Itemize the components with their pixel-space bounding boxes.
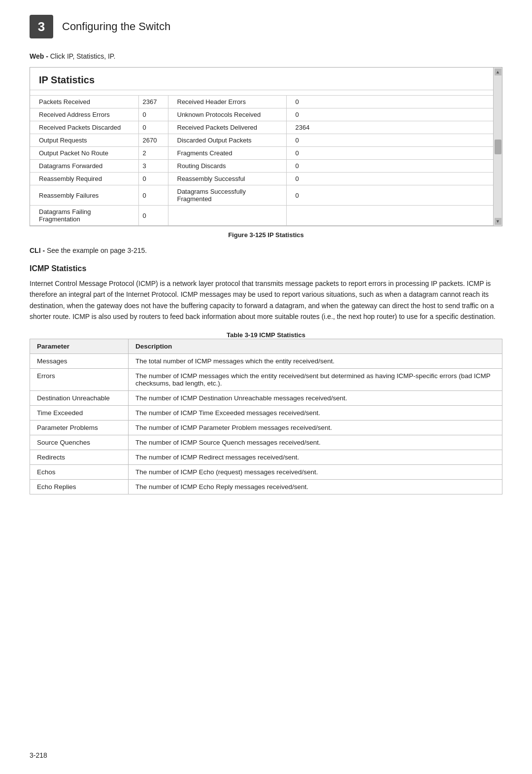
- icmp-desc: The number of ICMP Destination Unreachab…: [129, 390, 502, 405]
- ip-val1: 0: [138, 206, 168, 226]
- ip-val1: 0: [138, 173, 168, 185]
- page-header: 3 Configuring the Switch: [30, 15, 502, 38]
- ip-val1: 0: [138, 108, 168, 121]
- page-footer: 3-218: [30, 751, 47, 759]
- ip-val1: 2367: [138, 96, 168, 108]
- ip-stats-row: Datagrams Failing Fragmentation 0: [30, 206, 502, 226]
- cli-text: See the example on page 3-215.: [45, 246, 147, 254]
- icmp-param: Messages: [30, 353, 129, 368]
- ip-val2: 0: [286, 96, 502, 108]
- scroll-thumb[interactable]: [495, 140, 501, 154]
- icmp-table: Parameter Description Messages The total…: [30, 339, 502, 494]
- ip-stats-row: Packets Received 2367 Received Header Er…: [30, 96, 502, 108]
- ip-stats-header: IP Statistics: [30, 68, 502, 90]
- ip-label1: Packets Received: [30, 96, 138, 108]
- icmp-table-row: Errors The number of ICMP messages which…: [30, 368, 502, 390]
- ip-label2: Discarded Output Packets: [168, 134, 286, 147]
- ip-stats-row: Reassembly Failures 0 Datagrams Successf…: [30, 185, 502, 206]
- ip-stats-row: Datagrams Forwarded 3 Routing Discards 0: [30, 160, 502, 173]
- figure-caption: Figure 3-125 IP Statistics: [30, 231, 502, 239]
- web-prefix: Web -: [30, 52, 48, 60]
- ip-label1: Datagrams Forwarded: [30, 160, 138, 173]
- icmp-table-row: Echo Replies The number of ICMP Echo Rep…: [30, 479, 502, 494]
- icmp-desc: The total number of ICMP messages which …: [129, 353, 502, 368]
- icmp-section: ICMP Statistics Internet Control Message…: [30, 264, 502, 494]
- icmp-param: Redirects: [30, 450, 129, 464]
- ip-label2: Fragments Created: [168, 147, 286, 160]
- web-text: Click IP, Statistics, IP.: [48, 52, 115, 60]
- cli-instruction: CLI - See the example on page 3-215.: [30, 246, 502, 254]
- ip-stats-row: Received Address Errors 0 Unknown Protoc…: [30, 108, 502, 121]
- ip-val2: 2364: [286, 121, 502, 134]
- icmp-table-row: Echos The number of ICMP Echo (request) …: [30, 464, 502, 479]
- icmp-table-row: Source Quenches The number of ICMP Sourc…: [30, 435, 502, 450]
- ip-val2: 0: [286, 160, 502, 173]
- icmp-param: Source Quenches: [30, 435, 129, 450]
- icmp-desc: The number of ICMP Redirect messages rec…: [129, 450, 502, 464]
- ip-label2: Reassembly Successful: [168, 173, 286, 185]
- icmp-table-header-row: Parameter Description: [30, 339, 502, 353]
- chapter-title: Configuring the Switch: [62, 20, 170, 33]
- ip-label1: Received Address Errors: [30, 108, 138, 121]
- ip-val2: 0: [286, 108, 502, 121]
- scroll-down-arrow[interactable]: ▼: [495, 218, 501, 225]
- ip-label1: Datagrams Failing Fragmentation: [30, 206, 138, 226]
- icmp-table-row: Redirects The number of ICMP Redirect me…: [30, 450, 502, 464]
- ip-val1: 0: [138, 185, 168, 206]
- icmp-desc: The number of ICMP Echo (request) messag…: [129, 464, 502, 479]
- icmp-param: Echo Replies: [30, 479, 129, 494]
- scroll-up-arrow[interactable]: ▲: [495, 69, 501, 75]
- ip-stats-table-area: Packets Received 2367 Received Header Er…: [30, 90, 502, 226]
- ip-stats-row: Output Packet No Route 2 Fragments Creat…: [30, 147, 502, 160]
- icmp-desc: The number of ICMP Echo Reply messages r…: [129, 479, 502, 494]
- ip-label1: Reassembly Failures: [30, 185, 138, 206]
- ip-label2: Received Header Errors: [168, 96, 286, 108]
- icmp-table-row: Destination Unreachable The number of IC…: [30, 390, 502, 405]
- ip-label1: Received Packets Discarded: [30, 121, 138, 134]
- icmp-param: Time Exceeded: [30, 405, 129, 420]
- ip-label2: [168, 206, 286, 226]
- ip-label1: Output Packet No Route: [30, 147, 138, 160]
- ip-val1: 3: [138, 160, 168, 173]
- icmp-table-row: Parameter Problems The number of ICMP Pa…: [30, 420, 502, 435]
- icmp-col-param: Parameter: [30, 339, 129, 353]
- ip-label1: Reassembly Required: [30, 173, 138, 185]
- ip-val1: 2670: [138, 134, 168, 147]
- ip-stats-row: Output Requests 2670 Discarded Output Pa…: [30, 134, 502, 147]
- icmp-table-row: Time Exceeded The number of ICMP Time Ex…: [30, 405, 502, 420]
- icmp-col-desc: Description: [129, 339, 502, 353]
- cli-prefix: CLI -: [30, 246, 45, 254]
- ip-stats-row: Received Packets Discarded 0 Received Pa…: [30, 121, 502, 134]
- ip-label2: Unknown Protocols Received: [168, 108, 286, 121]
- ip-stats-title: IP Statistics: [39, 74, 95, 85]
- ip-stats-table: Packets Received 2367 Received Header Er…: [30, 95, 502, 226]
- ip-val2: 0: [286, 173, 502, 185]
- icmp-param: Errors: [30, 368, 129, 390]
- icmp-heading: ICMP Statistics: [30, 264, 502, 273]
- ip-val1: 2: [138, 147, 168, 160]
- icmp-desc: The number of ICMP messages which the en…: [129, 368, 502, 390]
- ip-label2: Received Packets Delivered: [168, 121, 286, 134]
- chapter-badge: 3: [30, 15, 53, 38]
- page-container: 3 Configuring the Switch Web - Click IP,…: [0, 0, 532, 774]
- icmp-param: Echos: [30, 464, 129, 479]
- icmp-desc: The number of ICMP Parameter Problem mes…: [129, 420, 502, 435]
- ip-stats-row: Reassembly Required 0 Reassembly Success…: [30, 173, 502, 185]
- ip-val2: 0: [286, 134, 502, 147]
- web-instruction: Web - Click IP, Statistics, IP.: [30, 52, 502, 60]
- ip-label1: Output Requests: [30, 134, 138, 147]
- icmp-param: Destination Unreachable: [30, 390, 129, 405]
- ip-label2: Routing Discards: [168, 160, 286, 173]
- scrollbar[interactable]: ▲ ▼: [493, 68, 502, 226]
- ip-val1: 0: [138, 121, 168, 134]
- icmp-table-row: Messages The total number of ICMP messag…: [30, 353, 502, 368]
- ip-val2: [286, 206, 502, 226]
- ip-stats-box: IP Statistics Packets Received 2367 Rece…: [30, 67, 502, 226]
- icmp-paragraph: Internet Control Message Protocol (ICMP)…: [30, 278, 502, 322]
- icmp-desc: The number of ICMP Source Quench message…: [129, 435, 502, 450]
- icmp-param: Parameter Problems: [30, 420, 129, 435]
- ip-val2: 0: [286, 147, 502, 160]
- ip-val2: 0: [286, 185, 502, 206]
- ip-label2: Datagrams Successfully Fragmented: [168, 185, 286, 206]
- icmp-table-caption: Table 3-19 ICMP Statistics: [30, 331, 502, 339]
